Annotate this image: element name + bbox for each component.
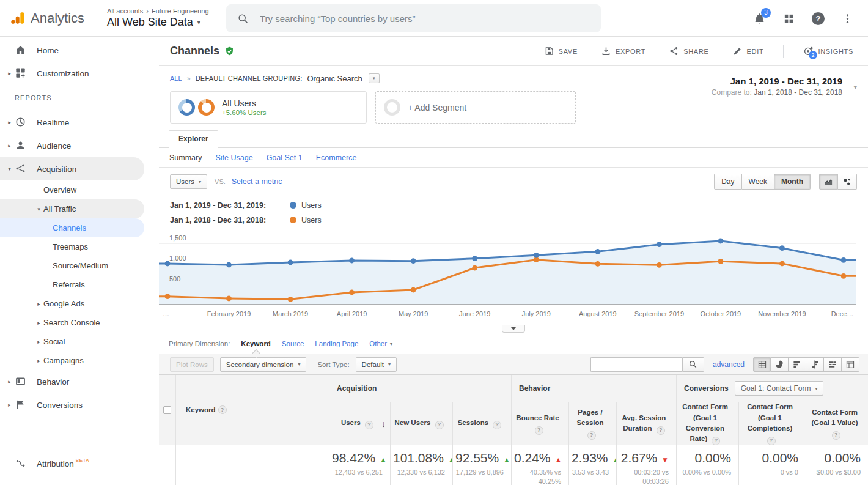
table-search-input[interactable] [590, 357, 682, 372]
motion-chart-view-button[interactable] [838, 174, 857, 190]
expand-arrow-icon[interactable]: ▸ [5, 70, 14, 76]
sidebar-item-campaigns[interactable]: ▸Campaigns [0, 351, 144, 370]
secondary-dimension-dropdown[interactable]: Secondary dimension ▾ [220, 357, 307, 372]
save-button[interactable]: SAVE [540, 45, 581, 57]
help-icon[interactable]: ? [435, 421, 444, 429]
tab-explorer[interactable]: Explorer [169, 130, 218, 148]
sidebar-item-attribution[interactable]: AttributionBETA [0, 452, 144, 475]
add-segment-button[interactable]: + Add Segment [375, 91, 576, 124]
column-header-contact-form-goal-1-conversion-rate[interactable]: Contact Form (Goal 1 Conversion Rate) ? [676, 402, 738, 445]
table-search-button[interactable] [682, 357, 704, 372]
primary-dimension-source[interactable]: Source [282, 340, 304, 347]
select-metric-link[interactable]: Select a metric [232, 177, 282, 186]
sort-type-dropdown[interactable]: Default ▾ [356, 357, 397, 372]
column-header-contact-form-goal-1-completions[interactable]: Contact Form (Goal 1 Completions) ? [738, 402, 806, 445]
granularity-week-button[interactable]: Week [742, 174, 774, 190]
column-header-users[interactable]: Users ?↓ [329, 402, 390, 445]
export-button[interactable]: EXPORT [597, 45, 649, 57]
column-header-new-users[interactable]: New Users ? [390, 402, 452, 445]
sidebar-item-social[interactable]: ▸Social [0, 332, 144, 351]
column-header-keyword[interactable]: Keyword? [175, 375, 329, 445]
help-icon[interactable]: ? [767, 437, 776, 445]
help-icon[interactable]: ? [812, 12, 825, 25]
percentage-view-button[interactable] [771, 357, 789, 372]
help-icon[interactable]: ? [365, 421, 373, 429]
help-icon[interactable]: ? [587, 431, 596, 440]
help-icon[interactable]: ? [535, 426, 543, 435]
sidebar-item-source-medium[interactable]: Source/Medium [0, 256, 144, 275]
expand-arrow-icon[interactable]: ▸ [34, 301, 43, 307]
help-icon[interactable]: ? [712, 437, 720, 445]
breadcrumb-all-link[interactable]: ALL [170, 75, 182, 82]
date-range-selector[interactable]: Jan 1, 2019 - Dec 31, 2019 Compare to: J… [712, 76, 842, 97]
column-header-bounce-rate[interactable]: Bounce Rate ? [511, 402, 568, 445]
table-view-button[interactable] [753, 357, 771, 372]
expand-arrow-icon[interactable]: ▸ [34, 358, 43, 364]
sidebar-item-home[interactable]: Home [0, 39, 144, 62]
plot-rows-button[interactable]: Plot Rows [170, 357, 214, 372]
primary-dimension-landing-page[interactable]: Landing Page [315, 340, 358, 347]
sidebar-item-acquisition[interactable]: ▾Acquisition [0, 157, 144, 180]
sidebar-item-behavior[interactable]: ▸Behavior [0, 370, 144, 393]
sidebar-item-referrals[interactable]: Referrals [0, 275, 144, 294]
term-cloud-view-button[interactable] [824, 357, 842, 372]
sidebar-item-overview[interactable]: Overview [0, 180, 144, 199]
primary-dimension-other[interactable]: Other ▾ [369, 340, 392, 347]
performance-view-button[interactable] [789, 357, 806, 372]
expand-arrow-icon[interactable]: ▸ [34, 320, 43, 326]
expand-arrow-icon[interactable]: ▸ [34, 339, 43, 345]
segment-all-users[interactable]: All Users +5.60% Users [170, 91, 367, 124]
advanced-search-link[interactable]: advanced [713, 360, 745, 369]
property-selector[interactable]: All accounts › Future Engineering All We… [107, 7, 209, 29]
edit-button[interactable]: EDIT [729, 45, 768, 57]
column-header-pages-session[interactable]: Pages / Session ? [568, 402, 616, 445]
expand-arrow-icon[interactable]: ▸ [5, 143, 14, 149]
sidebar-item-conversions[interactable]: ▸Conversions [0, 393, 144, 417]
date-dropdown-caret-icon[interactable]: ▾ [853, 83, 857, 91]
breadcrumb-all-accounts[interactable]: All accounts [107, 7, 143, 15]
breadcrumb-account[interactable]: Future Engineering [152, 7, 209, 15]
sidebar-item-all-traffic[interactable]: ▾All Traffic [0, 199, 144, 218]
more-menu-icon[interactable] [842, 13, 853, 24]
column-header-avg-session-duration[interactable]: Avg. Session Duration ? [616, 402, 676, 445]
sidebar-item-customization[interactable]: ▸Customization [0, 62, 144, 85]
comparison-view-button[interactable] [806, 357, 824, 372]
line-chart-view-button[interactable] [819, 174, 838, 190]
channel-grouping-dropdown[interactable]: ▾ [369, 73, 380, 83]
expand-arrow-icon[interactable]: ▸ [5, 379, 14, 385]
goal-selector-dropdown[interactable]: Goal 1: Contact Form▾ [735, 381, 824, 396]
expand-arrow-icon[interactable]: ▸ [5, 402, 14, 408]
sidebar-item-search-console[interactable]: ▸Search Console [0, 313, 144, 332]
column-header-contact-form-goal-1-value[interactable]: Contact Form (Goal 1 Value) ? [806, 402, 868, 445]
subtab-site-usage[interactable]: Site Usage [215, 154, 252, 162]
primary-dimension-keyword[interactable]: Keyword [241, 340, 271, 347]
apps-grid-icon[interactable] [783, 13, 795, 24]
select-all-checkbox[interactable] [163, 406, 171, 414]
expand-arrow-icon[interactable]: ▸ [5, 119, 14, 125]
subtab-summary[interactable]: Summary [169, 154, 202, 162]
help-icon[interactable]: ? [832, 431, 840, 440]
sidebar-item-treemaps[interactable]: Treemaps [0, 237, 144, 256]
global-search-input[interactable] [259, 13, 590, 24]
notifications-bell-icon[interactable]: 3 [753, 12, 766, 25]
analytics-logo[interactable]: Analytics [0, 10, 84, 26]
account-breadcrumb[interactable]: All accounts › Future Engineering [107, 7, 209, 15]
global-search[interactable] [226, 4, 601, 32]
sidebar-item-google-ads[interactable]: ▸Google Ads [0, 294, 144, 313]
subtab-goal-set-1[interactable]: Goal Set 1 [267, 154, 303, 162]
sidebar-item-audience[interactable]: ▸Audience [0, 134, 144, 157]
granularity-day-button[interactable]: Day [714, 174, 741, 190]
metric-dropdown[interactable]: Users ▾ [170, 174, 207, 189]
pivot-view-button[interactable] [842, 357, 859, 372]
column-header-sessions[interactable]: Sessions ? [452, 402, 511, 445]
help-icon[interactable]: ? [218, 405, 227, 414]
help-icon[interactable]: ? [657, 426, 665, 435]
sort-descending-icon[interactable]: ↓ [381, 417, 386, 430]
expand-arrow-icon[interactable]: ▾ [34, 206, 43, 212]
subtab-ecommerce[interactable]: Ecommerce [316, 154, 357, 162]
sidebar-item-realtime[interactable]: ▸Realtime [0, 111, 144, 134]
help-icon[interactable]: ? [493, 421, 501, 429]
annotations-drawer-toggle[interactable] [502, 325, 525, 333]
sidebar-item-channels[interactable]: Channels [0, 218, 144, 237]
expand-arrow-icon[interactable]: ▾ [5, 166, 14, 172]
